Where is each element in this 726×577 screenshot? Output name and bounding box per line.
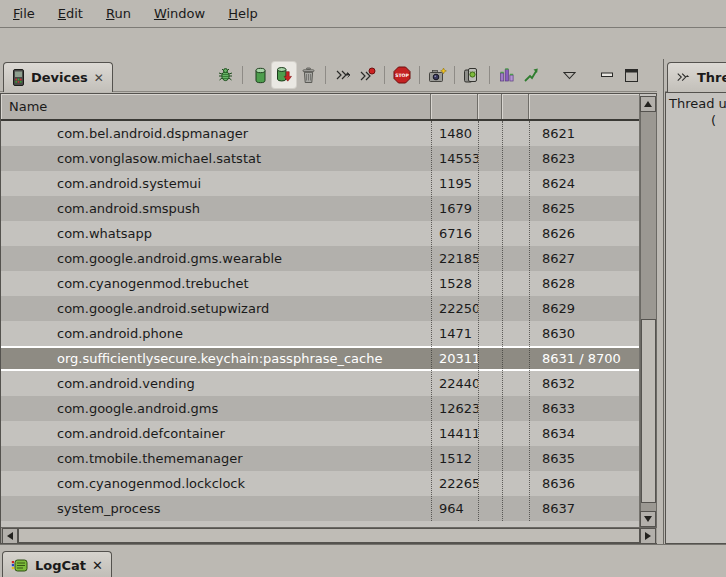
- menu-run[interactable]: Run: [103, 4, 134, 23]
- tab-devices[interactable]: Devices ✕: [3, 62, 113, 92]
- menu-help[interactable]: Help: [225, 4, 261, 23]
- close-icon[interactable]: ✕: [92, 558, 103, 573]
- process-name: com.cyanogenmod.trebuchet: [1, 276, 431, 291]
- reset-adb-phones-icon[interactable]: [460, 62, 484, 88]
- table-row[interactable]: com.cyanogenmod.trebuchet15288628: [1, 271, 639, 296]
- table-row[interactable]: com.cyanogenmod.lockclock222658636: [1, 471, 639, 496]
- toolbar-separator: [454, 66, 455, 84]
- tab-logcat-label: LogCat: [35, 558, 86, 573]
- table-row[interactable]: system_process9648637: [1, 496, 639, 521]
- process-pid: 22265: [431, 476, 478, 491]
- debug-bug-icon[interactable]: [213, 62, 237, 88]
- process-pid: 14411: [431, 426, 478, 441]
- table-row[interactable]: com.android.smspush16798625: [1, 196, 639, 221]
- column-header-port[interactable]: [529, 94, 639, 119]
- process-port: 8626: [529, 226, 639, 241]
- menu-file[interactable]: File: [10, 4, 38, 23]
- table-row[interactable]: com.whatsapp67168626: [1, 221, 639, 246]
- menu-window[interactable]: Window: [151, 4, 208, 23]
- view-menu-icon[interactable]: [557, 62, 581, 88]
- screen-capture-camera-icon[interactable]: [425, 62, 449, 88]
- table-row[interactable]: com.tmobile.thememanager15128635: [1, 446, 639, 471]
- process-port: 8628: [529, 276, 639, 291]
- column-header-name[interactable]: Name: [1, 94, 431, 119]
- process-name: org.sufficientlysecure.keychain:passphra…: [1, 351, 431, 366]
- process-pid: 22250: [431, 301, 478, 316]
- threads-message-line2: (: [711, 113, 716, 128]
- process-name: com.android.phone: [1, 326, 431, 341]
- threads-message-line1: Thread up: [669, 96, 726, 111]
- process-name: com.bel.android.dspmanager: [1, 126, 431, 141]
- ddms-window: FileEditRunWindowHelp Devices ✕: [0, 0, 726, 577]
- menu-edit[interactable]: Edit: [55, 4, 86, 23]
- tab-logcat[interactable]: LogCat ✕: [2, 551, 112, 577]
- process-port: 8637: [529, 501, 639, 516]
- process-port: 8635: [529, 451, 639, 466]
- phone-icon: [12, 69, 25, 86]
- toolbar-separator: [489, 66, 490, 84]
- table-row-selected[interactable]: org.sufficientlysecure.keychain:passphra…: [1, 346, 639, 371]
- process-name: com.android.vending: [1, 376, 431, 391]
- capture-system-info-icon[interactable]: [495, 62, 519, 88]
- table-row[interactable]: com.google.android.setupwizard222508629: [1, 296, 639, 321]
- process-pid: 1512: [431, 451, 478, 466]
- table-row[interactable]: com.bel.android.dspmanager14808621: [1, 121, 639, 146]
- process-port: 8624: [529, 176, 639, 191]
- close-icon[interactable]: ✕: [94, 71, 104, 85]
- maximize-icon[interactable]: [619, 62, 643, 88]
- table-row[interactable]: com.android.vending224408632: [1, 371, 639, 396]
- report-arrow-icon[interactable]: [519, 62, 543, 88]
- horizontal-scrollbar-thumb[interactable]: [18, 528, 640, 543]
- toolbar-separator: [325, 66, 326, 84]
- tab-threads[interactable]: Threads: [667, 62, 726, 92]
- stop-process-icon[interactable]: STOP: [390, 62, 414, 88]
- process-port: 8634: [529, 426, 639, 441]
- table-row[interactable]: com.android.systemui11958624: [1, 171, 639, 196]
- process-name: com.android.defcontainer: [1, 426, 431, 441]
- scroll-down-button[interactable]: [640, 511, 656, 527]
- column-header-a[interactable]: [478, 94, 502, 119]
- process-name: com.whatsapp: [1, 226, 431, 241]
- process-pid: 1528: [431, 276, 478, 291]
- scroll-right-button[interactable]: [640, 528, 656, 544]
- process-name: com.cyanogenmod.lockclock: [1, 476, 431, 491]
- process-port: 8627: [529, 251, 639, 266]
- table-row[interactable]: com.google.android.gms126238633: [1, 396, 639, 421]
- process-name: com.tmobile.thememanager: [1, 451, 431, 466]
- process-name: com.google.android.gms.wearable: [1, 251, 431, 266]
- vertical-scrollbar-thumb[interactable]: [641, 319, 656, 503]
- scroll-up-button[interactable]: [640, 96, 656, 112]
- process-pid: 22440: [431, 376, 478, 391]
- panel-sash[interactable]: [657, 59, 665, 545]
- tab-devices-label: Devices: [31, 70, 88, 85]
- device-table: Name com.bel.android.dspmanager14808621c…: [0, 93, 657, 544]
- table-row[interactable]: com.vonglasow.michael.satstat145538623: [1, 146, 639, 171]
- scroll-left-button[interactable]: [2, 528, 18, 544]
- empty-toolbar-strip: [0, 29, 726, 59]
- process-name: com.google.android.gms: [1, 401, 431, 416]
- table-row[interactable]: com.android.phone14718630: [1, 321, 639, 346]
- process-port: 8629: [529, 301, 639, 316]
- process-pid: 6716: [431, 226, 478, 241]
- toolbar-separator: [419, 66, 420, 84]
- dump-hprof-icon[interactable]: [272, 62, 296, 88]
- tab-threads-label: Threads: [697, 70, 726, 85]
- start-method-profiling-icon[interactable]: [355, 62, 379, 88]
- update-heap-icon[interactable]: [248, 62, 272, 88]
- update-threads-icon[interactable]: [331, 62, 355, 88]
- menubar: FileEditRunWindowHelp: [0, 0, 726, 28]
- process-pid: 1471: [431, 326, 478, 341]
- table-row[interactable]: com.android.defcontainer144118634: [1, 421, 639, 446]
- process-pid: 20311: [431, 351, 478, 366]
- process-port: 8621: [529, 126, 639, 141]
- minimize-icon[interactable]: [595, 62, 619, 88]
- horizontal-scrollbar: [1, 527, 657, 543]
- table-row[interactable]: com.google.android.gms.wearable221858627: [1, 246, 639, 271]
- cause-gc-trash-icon[interactable]: [296, 62, 320, 88]
- column-header-b[interactable]: [502, 94, 529, 119]
- device-table-rows: com.bel.android.dspmanager14808621com.vo…: [1, 121, 639, 521]
- threads-tabbar: Threads: [665, 59, 726, 92]
- column-header-pid[interactable]: [431, 94, 478, 119]
- process-name: com.android.smspush: [1, 201, 431, 216]
- process-port: 8631 / 8700: [529, 351, 639, 366]
